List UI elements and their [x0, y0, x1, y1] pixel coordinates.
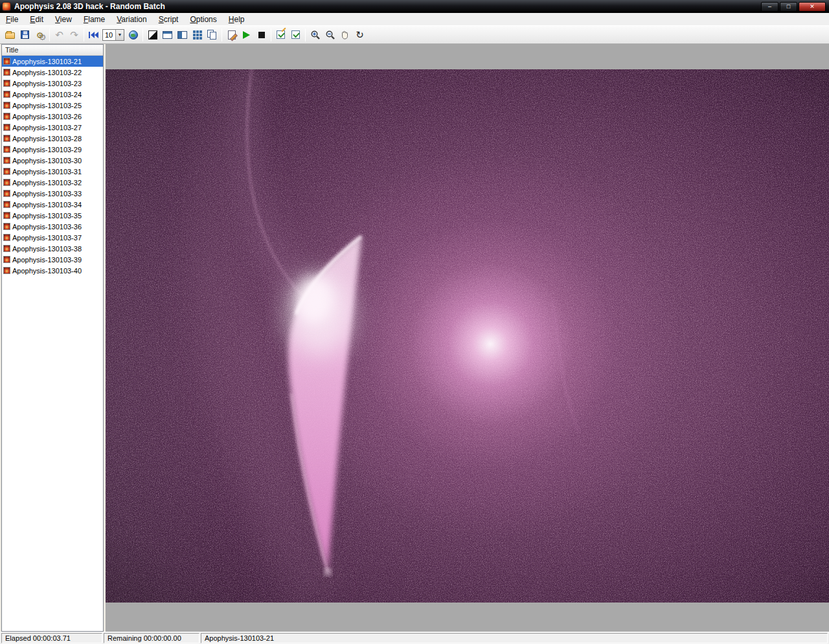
flame-title: Apophysis-130103-30	[12, 157, 82, 165]
maximize-button[interactable]: □	[780, 2, 797, 12]
flame-list-item[interactable]: Apophysis-130103-36	[2, 221, 103, 232]
flame-title: Apophysis-130103-29	[12, 146, 82, 154]
zoom-in-button[interactable]	[308, 28, 323, 42]
flame-title: Apophysis-130103-35	[12, 212, 82, 220]
toolbar: 10 ▼	[0, 26, 829, 44]
adjust-button[interactable]	[175, 28, 190, 42]
flame-list-item[interactable]: Apophysis-130103-32	[2, 177, 103, 188]
batch-list-panel: Title Apophysis-130103-21 Apophysis-1301…	[1, 44, 104, 632]
checkbox-icon	[291, 30, 300, 39]
flame-thumbnail-icon	[3, 256, 10, 263]
floppy-disk-icon	[21, 30, 29, 39]
redo-button[interactable]	[67, 28, 82, 42]
batch-size-select[interactable]: 10 ▼	[102, 29, 124, 41]
app-icon	[2, 2, 11, 11]
preview-options-button[interactable]	[288, 28, 303, 42]
menu-item[interactable]: Options	[184, 13, 222, 25]
zoom-out-icon	[325, 30, 335, 40]
toolbar-separator	[221, 29, 222, 41]
flame-list-item[interactable]: Apophysis-130103-39	[2, 254, 103, 265]
flame-thumbnail-icon	[3, 80, 10, 87]
flame-list-item[interactable]: Apophysis-130103-25	[2, 100, 103, 111]
flame-list-item[interactable]: Apophysis-130103-31	[2, 166, 103, 177]
menu-item[interactable]: File	[0, 13, 24, 25]
rotate-icon	[356, 29, 364, 41]
rotate-button[interactable]	[352, 28, 367, 42]
close-button[interactable]: ✕	[799, 2, 826, 12]
flame-title: Apophysis-130103-27	[12, 124, 82, 132]
flame-title: Apophysis-130103-23	[12, 80, 82, 87]
mosaic-button[interactable]	[190, 28, 205, 42]
zoom-in-icon	[310, 30, 321, 40]
undo-button[interactable]	[52, 28, 67, 42]
flame-list-item[interactable]: Apophysis-130103-28	[2, 133, 103, 144]
options-button[interactable]	[32, 28, 47, 42]
hand-icon	[340, 30, 350, 40]
flame-thumbnail-icon	[3, 113, 10, 120]
flame-options-button[interactable]	[273, 28, 288, 42]
flame-list-item[interactable]: Apophysis-130103-29	[2, 144, 103, 155]
undo-icon	[55, 29, 63, 41]
start-render-button[interactable]	[239, 28, 254, 42]
copy-button[interactable]	[205, 28, 220, 42]
save-all-button[interactable]	[17, 28, 32, 42]
render-batch-button[interactable]	[126, 28, 141, 42]
zoom-out-button[interactable]	[323, 28, 337, 42]
gradient-button[interactable]	[145, 28, 160, 42]
flame-title: Apophysis-130103-26	[12, 113, 82, 121]
titlebar[interactable]: Apophysis 2.08 3D hack - Random Batch – …	[0, 0, 829, 13]
flame-title: Apophysis-130103-25	[12, 102, 82, 109]
restart-batch-button[interactable]	[86, 28, 101, 42]
flame-list-item[interactable]: Apophysis-130103-37	[2, 232, 103, 243]
flame-list-item[interactable]: Apophysis-130103-23	[2, 78, 103, 89]
flame-list-item[interactable]: Apophysis-130103-33	[2, 188, 103, 199]
toolbar-separator	[271, 29, 271, 41]
flame-list-item[interactable]: Apophysis-130103-26	[2, 111, 103, 122]
flame-list-item[interactable]: Apophysis-130103-30	[2, 155, 103, 166]
flame-thumbnail-icon	[3, 245, 10, 252]
open-button[interactable]	[3, 28, 17, 42]
editor-button[interactable]	[224, 28, 239, 42]
flame-list-item[interactable]: Apophysis-130103-24	[2, 89, 103, 100]
flame-list-item[interactable]: Apophysis-130103-35	[2, 210, 103, 221]
menu-item[interactable]: Edit	[24, 13, 49, 25]
toolbar-separator	[142, 29, 143, 41]
full-screen-button[interactable]	[160, 28, 175, 42]
flame-title: Apophysis-130103-22	[12, 69, 82, 76]
list-column-header[interactable]: Title	[2, 45, 103, 56]
gradient-icon	[148, 30, 157, 40]
menu-item[interactable]: Variation	[111, 13, 152, 25]
open-folder-icon	[5, 32, 15, 39]
menu-item[interactable]: View	[49, 13, 78, 25]
play-icon	[243, 31, 250, 39]
apophysis-window: Apophysis 2.08 3D hack - Random Batch – …	[0, 0, 829, 644]
main-area: Title Apophysis-130103-21 Apophysis-1301…	[0, 44, 829, 632]
flame-title: Apophysis-130103-38	[12, 245, 82, 253]
flame-title: Apophysis-130103-33	[12, 190, 82, 198]
flame-thumbnail-icon	[3, 234, 10, 241]
flame-list-item[interactable]: Apophysis-130103-21	[2, 56, 103, 67]
pan-button[interactable]	[337, 28, 352, 42]
flame-list-item[interactable]: Apophysis-130103-27	[2, 122, 103, 133]
flame-title: Apophysis-130103-24	[12, 91, 82, 98]
flame-thumbnail-icon	[3, 201, 10, 208]
redo-icon	[70, 29, 78, 41]
flame-thumbnail-icon	[3, 190, 10, 197]
split-panes-icon	[177, 31, 187, 39]
globe-icon	[129, 30, 138, 40]
flame-thumbnail-icon	[3, 58, 10, 65]
flame-thumbnail-icon	[3, 124, 10, 131]
flame-list-item[interactable]: Apophysis-130103-38	[2, 243, 103, 254]
menu-item[interactable]: Help	[223, 13, 251, 25]
minimize-button[interactable]: –	[761, 2, 778, 12]
menu-item[interactable]: Flame	[78, 13, 111, 25]
menu-item[interactable]: Script	[153, 13, 185, 25]
flame-list-item[interactable]: Apophysis-130103-40	[2, 265, 103, 276]
flame-list-item[interactable]: Apophysis-130103-34	[2, 199, 103, 210]
toolbar-separator	[49, 29, 50, 41]
flame-thumbnail-icon	[3, 157, 10, 164]
gears-icon	[36, 29, 44, 41]
flame-list-item[interactable]: Apophysis-130103-22	[2, 67, 103, 78]
flame-thumbnail-icon	[3, 179, 10, 186]
stop-render-button[interactable]	[254, 28, 269, 42]
